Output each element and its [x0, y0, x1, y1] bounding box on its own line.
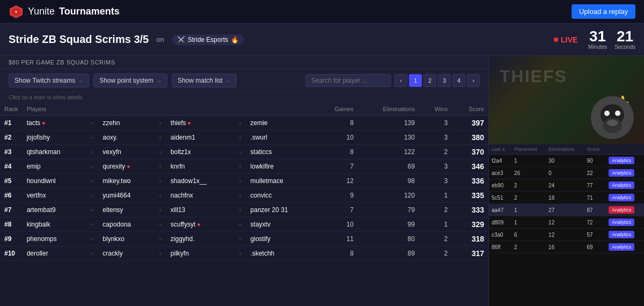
elims-cell: 89	[358, 246, 419, 261]
elims-cell: 98	[358, 174, 419, 188]
header: Y Yunite Tournaments Upload a replay	[0, 0, 644, 24]
player4-cell: convicc	[246, 188, 316, 203]
analytics-placement: 26	[511, 167, 546, 179]
plus3: +	[234, 203, 246, 217]
player1-cell: kingbalk	[23, 217, 86, 232]
event-title: Stride ZB Squad Scrims 3/5	[9, 33, 149, 46]
page-4-button[interactable]: 4	[452, 74, 465, 87]
seconds-value: 21	[614, 29, 635, 44]
header-eliminations: Eliminations	[358, 103, 419, 116]
elims-cell: 139	[358, 116, 419, 130]
table-row[interactable]: #9 phenomps + blynkxo + ziggyhd. + giost…	[0, 232, 488, 246]
wins-cell: 3	[419, 159, 452, 174]
analytics-btn-cell[interactable]: Analytics	[606, 229, 644, 241]
next-page-button[interactable]: ›	[467, 74, 480, 87]
page-3-button[interactable]: 3	[438, 74, 451, 87]
match-list-label: Show match list	[178, 77, 223, 84]
analytics-score: 87	[584, 204, 606, 216]
wins-cell: 3	[419, 130, 452, 145]
table-row[interactable]: #6 vertfnx + yumi4664 + nachfnx + convic…	[0, 188, 488, 203]
player4-cell: staticcs	[246, 145, 316, 159]
page-2-button[interactable]: 2	[423, 74, 436, 87]
table-row[interactable]: #3 qtsharkman + vexyfn + boltz1x + stati…	[0, 145, 488, 159]
analytics-last4: c3a0	[489, 229, 511, 241]
analytics-last4: eb90	[489, 179, 511, 192]
player3-cell: scuffysyt ♥	[166, 217, 234, 232]
analytics-button[interactable]: Analytics	[609, 157, 634, 164]
page-1-button[interactable]: 1	[409, 74, 422, 87]
twitch-streams-button[interactable]: Show Twitch streams →	[9, 74, 89, 88]
analytics-btn-cell[interactable]: Analytics	[606, 204, 644, 216]
analytics-button[interactable]: Analytics	[609, 169, 634, 177]
plus3: +	[234, 130, 246, 145]
analytics-last4: d809	[489, 216, 511, 229]
analytics-elims: 16	[546, 241, 584, 253]
table-row[interactable]: #2 jojofishy + aoxy. + aidenm1 + .swurl …	[0, 130, 488, 145]
analytics-row: d809 1 12 72 Analytics	[489, 216, 644, 229]
analytics-button[interactable]: Analytics	[609, 243, 634, 251]
analytics-btn-cell[interactable]: Analytics	[606, 155, 644, 167]
match-list-button[interactable]: Show match list →	[172, 74, 237, 88]
analytics-btn-cell[interactable]: Analytics	[606, 179, 644, 192]
plus1: +	[86, 159, 98, 174]
rank-cell: #10	[0, 246, 23, 261]
analytics-row: c3a0 6 12 57 Analytics	[489, 229, 644, 241]
player3-cell: thiefs ♥	[166, 116, 234, 130]
table-row[interactable]: #5 houndiwnl + mikey.two + shadow1x__ + …	[0, 174, 488, 188]
analytics-button[interactable]: Analytics	[609, 206, 634, 214]
analytics-last4: f2a4	[489, 155, 511, 167]
analytics-button[interactable]: Analytics	[609, 231, 634, 238]
table-row[interactable]: #10 deroller + crackly + pilkyfn + .sket…	[0, 246, 488, 261]
table-row[interactable]: #1 tacts ♥ + zzehn + thiefs ♥ + zemie 8 …	[0, 116, 488, 130]
plus1: +	[86, 130, 98, 145]
stream-preview[interactable]: THIEFS 👍	[489, 56, 644, 144]
analytics-row: 86ff 2 16 69 Analytics	[489, 241, 644, 253]
player4-cell: stayxtv	[246, 217, 316, 232]
table-row[interactable]: #4 emip + qurexity ♥ + knrfn + lowkifire…	[0, 159, 488, 174]
point-system-label: Show point system	[99, 77, 153, 84]
minutes-unit: 31 Minutes	[588, 29, 607, 50]
wins-cell: 1	[419, 217, 452, 232]
upload-replay-button[interactable]: Upload a replay	[572, 4, 635, 19]
plus3: +	[234, 217, 246, 232]
elims-cell: 130	[358, 130, 419, 145]
plus2: +	[154, 116, 166, 130]
player4-cell: zemie	[246, 116, 316, 130]
org-badge: ⚔️ Stride Esports 🔥	[172, 34, 244, 45]
analytics-row: eb90 2 24 77 Analytics	[489, 179, 644, 192]
analytics-elims: 0	[546, 167, 584, 179]
analytics-btn-cell[interactable]: Analytics	[606, 241, 644, 253]
logo: Y Yunite Tournaments	[9, 4, 120, 19]
player4-cell: lowkifire	[246, 159, 316, 174]
analytics-button[interactable]: Analytics	[609, 181, 634, 189]
analytics-btn-cell[interactable]: Analytics	[606, 167, 644, 179]
analytics-header-action	[606, 144, 644, 155]
table-row[interactable]: #7 artembat9 + eltensy + xlll13 + panzer…	[0, 203, 488, 217]
analytics-row: aa47 1 27 87 Analytics	[489, 204, 644, 216]
analytics-header-placement: Placement	[511, 144, 546, 155]
point-system-button[interactable]: Show point system →	[93, 74, 167, 88]
analytics-placement: 1	[511, 216, 546, 229]
analytics-btn-cell[interactable]: Analytics	[606, 216, 644, 229]
search-input[interactable]	[305, 74, 391, 87]
analytics-body: f2a4 1 30 90 Analytics ace3 26 0 22 Anal…	[489, 155, 644, 253]
analytics-button[interactable]: Analytics	[609, 218, 634, 226]
table-row[interactable]: #8 kingbalk + capodona + scuffysyt ♥ + s…	[0, 217, 488, 232]
plus3: +	[234, 246, 246, 261]
prev-page-button[interactable]: ‹	[394, 74, 407, 87]
player2-cell: blynkxo	[98, 232, 154, 246]
wins-cell: 2	[419, 232, 452, 246]
player2-cell: crackly	[98, 246, 154, 261]
analytics-header-last4: Last 4	[489, 144, 511, 155]
player3-cell: knrfn	[166, 159, 234, 174]
leaderboard-body: #1 tacts ♥ + zzehn + thiefs ♥ + zemie 8 …	[0, 116, 488, 261]
elims-cell: 79	[358, 203, 419, 217]
plus1: +	[86, 217, 98, 232]
table-header-row: Rank Players Games Eliminations Wins Sco…	[0, 103, 488, 116]
analytics-btn-cell[interactable]: Analytics	[606, 192, 644, 204]
score-cell: 397	[452, 116, 488, 130]
analytics-score: 71	[584, 192, 606, 204]
analytics-button[interactable]: Analytics	[609, 194, 634, 201]
analytics-placement: 2	[511, 192, 546, 204]
avatar-svg	[591, 96, 634, 139]
